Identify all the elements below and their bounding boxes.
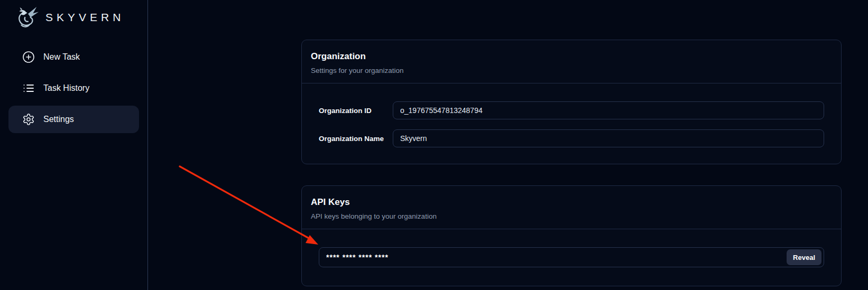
api-keys-card-header: API Keys API keys belonging to your orga… bbox=[302, 186, 841, 229]
api-key-masked-input[interactable] bbox=[319, 247, 824, 267]
organization-name-row: Organization Name bbox=[319, 129, 824, 147]
brand: SKYVERN bbox=[8, 3, 139, 32]
skyvern-dragon-logo bbox=[15, 5, 39, 30]
organization-name-label: Organization Name bbox=[319, 135, 384, 143]
organization-card-header: Organization Settings for your organizat… bbox=[302, 40, 841, 83]
organization-card: Organization Settings for your organizat… bbox=[301, 40, 842, 164]
main-content: Organization Settings for your organizat… bbox=[148, 0, 868, 290]
sidebar-item-label: Settings bbox=[43, 115, 74, 124]
organization-card-title: Organization bbox=[311, 51, 832, 62]
api-key-field-wrap: Reveal bbox=[319, 247, 824, 267]
sidebar-nav: New Task Task History Settings bbox=[8, 43, 139, 133]
organization-id-label: Organization ID bbox=[319, 107, 384, 115]
brand-name: SKYVERN bbox=[45, 11, 124, 24]
api-keys-card-body: Reveal bbox=[302, 229, 841, 267]
plus-circle-icon bbox=[22, 51, 35, 63]
sidebar-item-task-history[interactable]: Task History bbox=[8, 74, 139, 102]
sidebar-item-label: Task History bbox=[43, 83, 89, 93]
api-keys-card-title: API Keys bbox=[311, 197, 832, 208]
sidebar-item-new-task[interactable]: New Task bbox=[8, 43, 139, 71]
organization-card-subtitle: Settings for your organization bbox=[311, 67, 832, 74]
organization-id-input[interactable] bbox=[393, 101, 824, 119]
api-keys-card: API Keys API keys belonging to your orga… bbox=[301, 185, 842, 286]
list-icon bbox=[22, 82, 35, 95]
organization-name-input[interactable] bbox=[393, 129, 824, 147]
reveal-button[interactable]: Reveal bbox=[787, 249, 821, 265]
gear-icon bbox=[22, 113, 35, 126]
organization-id-row: Organization ID bbox=[319, 101, 824, 119]
sidebar: SKYVERN New Task Task History bbox=[0, 0, 148, 290]
sidebar-item-label: New Task bbox=[43, 52, 80, 62]
sidebar-item-settings[interactable]: Settings bbox=[8, 106, 139, 133]
organization-card-body: Organization ID Organization Name bbox=[302, 83, 841, 147]
api-keys-card-subtitle: API keys belonging to your organization bbox=[311, 212, 832, 220]
app-window: SKYVERN New Task Task History bbox=[0, 0, 868, 290]
